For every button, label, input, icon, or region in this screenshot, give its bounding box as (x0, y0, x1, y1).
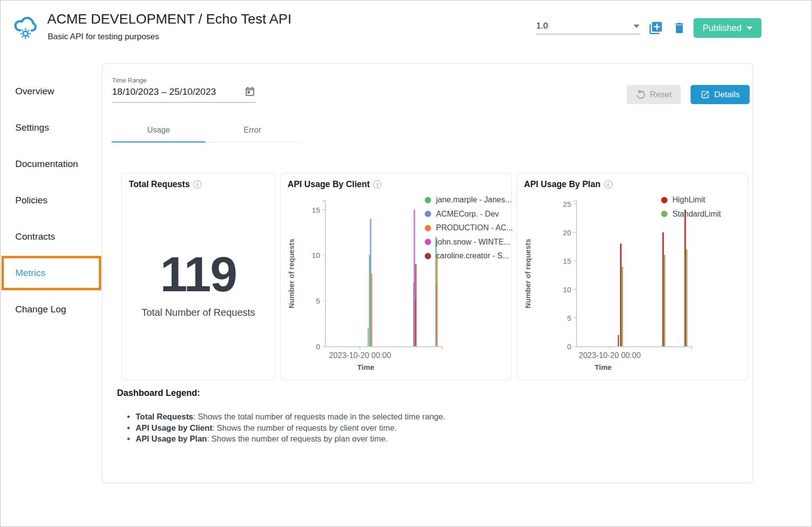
chevron-down-icon (634, 25, 639, 28)
dashboard-legend-item: Total Requests: Shows the total number o… (136, 411, 445, 422)
dashboard-legend: Dashboard Legend: Total Requests: Shows … (117, 388, 445, 444)
y-tick-mark (574, 346, 577, 347)
card-title: API Usage By Plan i (524, 179, 612, 190)
bar-production-ac- (371, 274, 372, 347)
total-requests-value: 119 (122, 246, 275, 303)
x-axis-label: Time (595, 363, 612, 371)
x-tick-mark (360, 346, 361, 350)
legend-item[interactable]: PRODUCTION - AC... (425, 221, 513, 235)
y-tick-label: 10 (563, 285, 571, 293)
usage-by-plan-card: API Usage By Plan i Number of requests T… (517, 173, 748, 380)
calendar-icon[interactable] (244, 86, 256, 98)
y-tick-mark (322, 346, 326, 347)
tab-error[interactable]: Error (205, 119, 299, 142)
y-tick-mark (574, 200, 577, 201)
legend-item[interactable]: HighLimit (661, 193, 721, 207)
bar-standardlimit (622, 267, 623, 346)
y-axis-label: Number of requests (287, 239, 295, 308)
version-select[interactable]: 1.0 (536, 18, 640, 34)
time-range-field[interactable]: Time Range 18/10/2023 – 25/10/2023 (112, 77, 256, 103)
legend-item[interactable]: caroline.creator - S... (425, 249, 513, 263)
legend-item[interactable]: jane.marple - Janes... (425, 193, 513, 207)
x-axis-label: Time (357, 363, 375, 371)
dashboard-legend-heading: Dashboard Legend: (117, 388, 445, 398)
legend-dot-icon (661, 197, 667, 203)
info-icon[interactable]: i (193, 180, 202, 189)
caret-down-icon (747, 27, 753, 30)
tab-usage[interactable]: Usage (112, 119, 205, 142)
page-title: ACME DEVELOPMENT / Echo Test API (47, 11, 291, 27)
total-requests-card: Total Requests i 119 Total Number of Req… (121, 173, 275, 380)
y-tick-label: 25 (563, 199, 571, 208)
delete-button[interactable] (671, 20, 688, 37)
duplicate-version-button[interactable] (647, 20, 664, 37)
plan-chart-legend: HighLimitStandardLimit (661, 193, 721, 221)
legend-label: PRODUCTION - AC... (436, 223, 513, 232)
bar-caroline-creator-s- (415, 264, 416, 346)
y-tick-mark (322, 301, 326, 302)
y-tick-mark (574, 203, 577, 204)
dashboard-legend-item: API Usage by Plan: Shows the number of r… (136, 433, 445, 444)
x-tick-label: 2023-10-20 00:00 (329, 351, 391, 360)
legend-item[interactable]: john.snow - WINTE... (425, 235, 513, 250)
y-axis-label: Number of requests (523, 239, 532, 308)
legend-dot-icon (425, 239, 431, 245)
trash-icon (672, 21, 686, 35)
legend-label: caroline.creator - S... (436, 251, 509, 260)
y-tick-mark (322, 200, 326, 201)
legend-item[interactable]: StandardLimit (661, 207, 721, 222)
metrics-highlight-annotation (1, 256, 101, 290)
dashboard-legend-list: Total Requests: Shows the total number o… (136, 411, 445, 444)
y-tick-label: 20 (563, 228, 571, 236)
y-tick-mark (574, 260, 577, 261)
y-tick-mark (574, 232, 577, 233)
bar-standardlimit (664, 255, 666, 346)
content-panel: Time Range 18/10/2023 – 25/10/2023 Reset (102, 63, 753, 483)
metrics-cards-row: Total Requests i 119 Total Number of Req… (121, 173, 748, 380)
legend-label: ACMECorp. - Dev (436, 210, 499, 219)
version-select-value: 1.0 (536, 21, 548, 31)
sidebar-item-metrics[interactable]: Metrics (0, 255, 102, 291)
total-requests-caption: Total Number of Requests (122, 307, 275, 318)
cloud-gear-logo-icon (12, 12, 39, 44)
x-tick-mark (609, 346, 610, 350)
legend-item[interactable]: ACMECorp. - Dev (425, 207, 513, 222)
plan-chart-plot: Time 05101520252023-10-20 00:00 (576, 200, 692, 347)
x-tick-mark (691, 346, 692, 350)
card-title: Total Requests i (129, 179, 202, 190)
y-tick-mark (574, 289, 577, 290)
bar-production-ac- (436, 255, 438, 346)
reset-button[interactable]: Reset (627, 85, 681, 104)
page-subtitle: Basic API for testing purposes (48, 32, 159, 42)
library-add-icon (648, 21, 663, 35)
app-window: ACME DEVELOPMENT / Echo Test API Basic A… (0, 0, 812, 527)
legend-dot-icon (425, 197, 431, 203)
card-title: API Usage By Client i (288, 179, 381, 190)
sidebar: OverviewSettingsDocumentationPoliciesCon… (0, 73, 102, 328)
dashboard-legend-item: API Usage by Client: Shows the number of… (136, 422, 445, 434)
bar-highlimit (618, 335, 619, 346)
legend-dot-icon (425, 211, 431, 217)
status-published-button[interactable]: Published (694, 18, 761, 38)
tab-bar: UsageError (112, 119, 299, 142)
legend-label: StandardLimit (672, 210, 721, 219)
info-icon[interactable]: i (604, 180, 612, 189)
x-tick-mark (441, 346, 442, 350)
y-tick-label: 0 (316, 342, 320, 351)
client-chart-legend: jane.marple - Janes...ACMECorp. - DevPRO… (425, 193, 513, 263)
y-tick-label: 15 (563, 256, 571, 265)
status-badge: Published (702, 23, 741, 33)
sidebar-item-contracts[interactable]: Contracts (0, 219, 102, 255)
x-tick-label: 2023-10-20 00:00 (579, 351, 640, 360)
sidebar-item-change-log[interactable]: Change Log (0, 291, 102, 328)
sidebar-item-overview[interactable]: Overview (0, 73, 102, 110)
bar-standardlimit (686, 250, 687, 346)
y-tick-mark (322, 209, 326, 210)
sidebar-item-documentation[interactable]: Documentation (0, 146, 102, 182)
sidebar-item-policies[interactable]: Policies (0, 182, 102, 219)
sidebar-item-settings[interactable]: Settings (0, 110, 102, 146)
info-icon[interactable]: i (373, 180, 381, 189)
legend-label: HighLimit (672, 195, 705, 204)
details-button[interactable]: Details (691, 85, 750, 104)
time-range-label: Time Range (112, 77, 256, 84)
